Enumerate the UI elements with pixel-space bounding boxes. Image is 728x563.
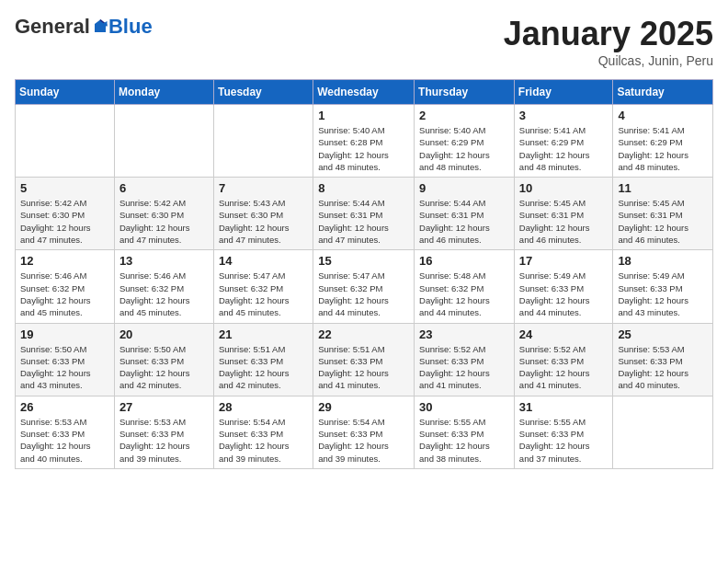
calendar-cell: 11Sunrise: 5:45 AM Sunset: 6:31 PM Dayli… [613,178,713,250]
day-number: 2 [419,109,509,122]
day-info: Sunrise: 5:48 AM Sunset: 6:32 PM Dayligh… [419,270,509,318]
day-info: Sunrise: 5:45 AM Sunset: 6:31 PM Dayligh… [618,197,708,246]
logo-blue-text: Blue [108,15,153,39]
day-info: Sunrise: 5:42 AM Sunset: 6:30 PM Dayligh… [119,197,209,246]
title-block: January 2025 Quilcas, Junin, Peru [504,15,713,68]
calendar-subtitle: Quilcas, Junin, Peru [504,53,713,68]
day-number: 10 [519,181,609,195]
day-number: 20 [119,327,209,341]
day-info: Sunrise: 5:43 AM Sunset: 6:30 PM Dayligh… [219,197,308,246]
calendar-cell [16,105,115,178]
calendar-cell: 3Sunrise: 5:41 AM Sunset: 6:29 PM Daylig… [514,105,613,178]
day-number: 13 [119,254,209,268]
weekday-header-thursday: Thursday [415,80,515,105]
calendar-cell: 16Sunrise: 5:48 AM Sunset: 6:32 PM Dayli… [415,250,515,323]
day-info: Sunrise: 5:54 AM Sunset: 6:33 PM Dayligh… [318,416,409,465]
calendar-title: January 2025 [504,15,713,53]
day-number: 25 [618,327,708,341]
calendar-cell: 20Sunrise: 5:50 AM Sunset: 6:33 PM Dayli… [114,323,213,396]
day-info: Sunrise: 5:47 AM Sunset: 6:32 PM Dayligh… [219,270,308,318]
weekday-header-wednesday: Wednesday [313,80,415,105]
calendar-cell: 13Sunrise: 5:46 AM Sunset: 6:32 PM Dayli… [114,250,213,323]
calendar-cell: 2Sunrise: 5:40 AM Sunset: 6:29 PM Daylig… [415,105,515,178]
calendar-cell: 31Sunrise: 5:55 AM Sunset: 6:33 PM Dayli… [514,396,613,468]
calendar-table: SundayMondayTuesdayWednesdayThursdayFrid… [15,79,713,469]
day-number: 16 [419,254,509,268]
day-number: 9 [419,181,509,195]
calendar-cell: 12Sunrise: 5:46 AM Sunset: 6:32 PM Dayli… [16,250,115,323]
day-number: 7 [219,181,308,195]
day-info: Sunrise: 5:45 AM Sunset: 6:31 PM Dayligh… [519,197,609,246]
day-number: 18 [618,254,708,268]
day-info: Sunrise: 5:53 AM Sunset: 6:33 PM Dayligh… [618,343,708,392]
calendar-cell: 24Sunrise: 5:52 AM Sunset: 6:33 PM Dayli… [514,323,613,396]
weekday-header-tuesday: Tuesday [213,80,313,105]
day-number: 31 [519,400,609,414]
week-row-2: 12Sunrise: 5:46 AM Sunset: 6:32 PM Dayli… [16,250,713,323]
page-header: General Blue January 2025 Quilcas, Junin… [15,15,713,68]
calendar-cell: 7Sunrise: 5:43 AM Sunset: 6:30 PM Daylig… [213,178,313,250]
calendar-cell [114,105,213,178]
day-info: Sunrise: 5:47 AM Sunset: 6:32 PM Dayligh… [318,270,409,318]
day-number: 3 [519,109,609,122]
calendar-cell: 29Sunrise: 5:54 AM Sunset: 6:33 PM Dayli… [313,396,415,468]
day-number: 6 [119,181,209,195]
day-info: Sunrise: 5:41 AM Sunset: 6:29 PM Dayligh… [618,124,708,173]
week-row-3: 19Sunrise: 5:50 AM Sunset: 6:33 PM Dayli… [16,323,713,396]
day-info: Sunrise: 5:49 AM Sunset: 6:33 PM Dayligh… [519,270,609,318]
day-number: 22 [318,327,409,341]
day-info: Sunrise: 5:44 AM Sunset: 6:31 PM Dayligh… [318,197,409,246]
day-info: Sunrise: 5:55 AM Sunset: 6:33 PM Dayligh… [419,416,509,465]
day-info: Sunrise: 5:44 AM Sunset: 6:31 PM Dayligh… [419,197,509,246]
calendar-cell: 5Sunrise: 5:42 AM Sunset: 6:30 PM Daylig… [16,178,115,250]
logo: General Blue [15,15,153,39]
day-number: 11 [618,181,708,195]
calendar-cell: 25Sunrise: 5:53 AM Sunset: 6:33 PM Dayli… [613,323,713,396]
day-info: Sunrise: 5:40 AM Sunset: 6:29 PM Dayligh… [419,124,509,173]
day-info: Sunrise: 5:46 AM Sunset: 6:32 PM Dayligh… [20,270,109,318]
calendar-cell: 6Sunrise: 5:42 AM Sunset: 6:30 PM Daylig… [114,178,213,250]
day-number: 27 [119,400,209,414]
calendar-cell: 23Sunrise: 5:52 AM Sunset: 6:33 PM Dayli… [415,323,515,396]
weekday-header-monday: Monday [114,80,213,105]
week-row-1: 5Sunrise: 5:42 AM Sunset: 6:30 PM Daylig… [16,178,713,250]
day-number: 19 [20,327,109,341]
calendar-cell: 1Sunrise: 5:40 AM Sunset: 6:28 PM Daylig… [313,105,415,178]
calendar-cell: 28Sunrise: 5:54 AM Sunset: 6:33 PM Dayli… [213,396,313,468]
day-number: 28 [219,400,308,414]
day-info: Sunrise: 5:53 AM Sunset: 6:33 PM Dayligh… [119,416,209,465]
day-info: Sunrise: 5:41 AM Sunset: 6:29 PM Dayligh… [519,124,609,173]
day-info: Sunrise: 5:49 AM Sunset: 6:33 PM Dayligh… [618,270,708,318]
week-row-4: 26Sunrise: 5:53 AM Sunset: 6:33 PM Dayli… [16,396,713,468]
weekday-header-row: SundayMondayTuesdayWednesdayThursdayFrid… [16,80,713,105]
calendar-cell: 22Sunrise: 5:51 AM Sunset: 6:33 PM Dayli… [313,323,415,396]
day-number: 29 [318,400,409,414]
calendar-cell: 10Sunrise: 5:45 AM Sunset: 6:31 PM Dayli… [514,178,613,250]
day-number: 1 [318,109,409,122]
day-info: Sunrise: 5:51 AM Sunset: 6:33 PM Dayligh… [318,343,409,392]
calendar-cell: 21Sunrise: 5:51 AM Sunset: 6:33 PM Dayli… [213,323,313,396]
logo-icon [92,18,108,35]
calendar-cell [613,396,713,468]
day-info: Sunrise: 5:46 AM Sunset: 6:32 PM Dayligh… [119,270,209,318]
day-info: Sunrise: 5:50 AM Sunset: 6:33 PM Dayligh… [119,343,209,392]
day-info: Sunrise: 5:52 AM Sunset: 6:33 PM Dayligh… [519,343,609,392]
calendar-cell: 8Sunrise: 5:44 AM Sunset: 6:31 PM Daylig… [313,178,415,250]
day-info: Sunrise: 5:51 AM Sunset: 6:33 PM Dayligh… [219,343,308,392]
calendar-cell: 15Sunrise: 5:47 AM Sunset: 6:32 PM Dayli… [313,250,415,323]
calendar-cell: 30Sunrise: 5:55 AM Sunset: 6:33 PM Dayli… [415,396,515,468]
calendar-cell [213,105,313,178]
week-row-0: 1Sunrise: 5:40 AM Sunset: 6:28 PM Daylig… [16,105,713,178]
day-number: 14 [219,254,308,268]
calendar-cell: 9Sunrise: 5:44 AM Sunset: 6:31 PM Daylig… [415,178,515,250]
day-number: 8 [318,181,409,195]
day-info: Sunrise: 5:55 AM Sunset: 6:33 PM Dayligh… [519,416,609,465]
day-info: Sunrise: 5:52 AM Sunset: 6:33 PM Dayligh… [419,343,509,392]
logo-general-text: General [15,15,90,39]
day-number: 30 [419,400,509,414]
day-number: 4 [618,109,708,122]
calendar-cell: 14Sunrise: 5:47 AM Sunset: 6:32 PM Dayli… [213,250,313,323]
calendar-cell: 4Sunrise: 5:41 AM Sunset: 6:29 PM Daylig… [613,105,713,178]
day-number: 24 [519,327,609,341]
day-info: Sunrise: 5:53 AM Sunset: 6:33 PM Dayligh… [20,416,109,465]
